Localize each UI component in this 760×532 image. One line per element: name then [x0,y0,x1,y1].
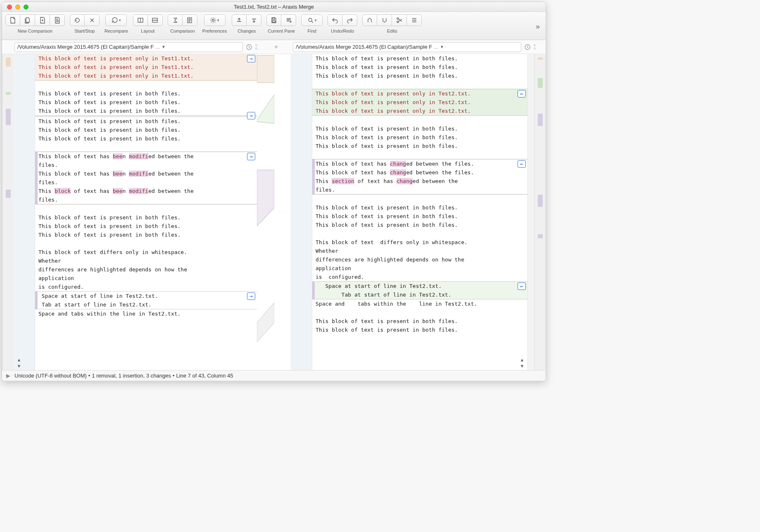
svg-point-8 [397,21,399,23]
left-nav-arrows[interactable]: ▲▼ [16,357,22,368]
document-alt-icon [54,17,61,24]
merge-down-icon [381,17,388,24]
next-change-button[interactable] [247,14,261,26]
merge-left-button[interactable]: ← [518,160,526,168]
right-overview-strip[interactable] [534,54,546,370]
diff-line: differences are highlighted depends on h… [316,255,524,264]
refresh-icon [74,17,81,24]
toolbar-overflow-button[interactable]: » [533,20,542,33]
right-scrollbar[interactable] [527,54,534,370]
undo-button[interactable] [328,14,342,26]
diff-line: This block of text is present in both fi… [38,107,254,115]
toolbar-label: Undo/Redo [331,28,354,33]
right-path-field[interactable]: /Volumes/Araxis Merge 2015.4675 (El Capi… [293,42,521,52]
comparison-report-button[interactable] [183,14,197,26]
svg-point-6 [309,18,312,21]
svg-point-3 [212,19,214,21]
right-text-area[interactable]: This block of text is present in both fi… [312,54,527,370]
sigma-icon [172,17,178,24]
edit-1-button[interactable] [362,14,377,26]
toolbar-group-layout: Layout [133,14,163,33]
diff-line: files. [316,185,524,194]
new-three-way-button[interactable] [35,14,50,26]
left-overview-strip[interactable] [2,54,14,370]
diff-line: This block of text is present in both fi… [38,230,254,239]
comparison-summary-button[interactable] [168,14,183,26]
diff-line: This block of text has been modified bet… [38,152,254,161]
recompare-button[interactable]: ▾ [105,14,127,26]
new-text-compare-button[interactable] [5,14,20,26]
status-summary: 1 removal, 1 insertion, 3 changes [92,373,171,379]
toolbar-group-current-pane: Current Pane [266,14,296,33]
new-folder-compare-button[interactable] [20,14,35,26]
diff-line: application [38,274,254,283]
chevron-down-icon: ▾ [315,18,317,22]
right-nav-arrows[interactable]: ▲▼ [519,357,525,368]
list-icon [411,17,418,24]
diff-line: This block of text is present only in Te… [316,98,524,107]
titlebar: Test1.txt, Test2.txt – Araxis Merge [2,2,546,12]
save-icon [271,17,277,24]
layout-horizontal-button[interactable] [133,14,148,26]
history-icon[interactable] [524,43,531,51]
chevron-down-icon[interactable]: ▼ [440,45,444,49]
scissors-icon [396,17,403,24]
merge-up-icon [366,17,373,24]
toolbar-label: Comparison [170,28,195,33]
page-icon [186,17,193,24]
edit-pane-button[interactable] [281,14,296,26]
merge-left-button[interactable]: ← [518,90,526,97]
disclosure-triangle-icon[interactable]: ▶ [6,373,10,379]
svg-rect-4 [273,18,275,19]
toolbar-label: Current Pane [268,28,294,33]
documents-icon [24,17,31,24]
stop-button[interactable] [85,14,100,26]
path-row: /Volumes/Araxis Merge 2015.4675 (El Capi… [2,40,546,54]
diff-line: Space and tabs within the line in Test2.… [316,299,524,308]
edit-2-button[interactable] [377,14,392,26]
merge-right-button[interactable]: → [247,153,255,160]
diff-line: This block of text is present in both fi… [38,213,254,222]
diff-line: application [316,264,524,273]
diff-line: This block of text is present only in Te… [38,63,254,71]
diff-line: Space at start of line in Test2.txt. [38,292,254,300]
columns-icon [137,17,144,24]
left-path-field[interactable]: /Volumes/Araxis Merge 2015.4675 (El Capi… [14,42,243,52]
diff-line: This block of text is present only in Te… [38,54,254,63]
compare-area: → This block of text is present only in … [2,54,546,370]
history-icon[interactable] [245,43,253,51]
diff-line: This block of text is present in both fi… [316,221,524,229]
diff-line: This block of text is present in both fi… [316,203,524,212]
toolbar-group-start-stop: Start/Stop [70,14,100,33]
diff-line: files. [38,161,254,169]
left-text-area[interactable]: → This block of text is present only in … [35,54,257,370]
next-change-icon [251,17,257,24]
merge-right-button[interactable]: → [247,292,255,300]
save-pane-button[interactable] [266,14,281,26]
merge-left-button[interactable]: ← [518,283,526,290]
toolbar-group-edits: Edits [362,14,422,33]
pane-options-button[interactable] [532,44,537,50]
center-handle[interactable]: ··· [274,54,291,370]
x-icon [89,17,95,24]
left-line-gutter [14,54,35,370]
diff-line: This block of text is present in both fi… [38,222,254,230]
toolbar-group-find: ▾ Find [301,14,323,33]
toolbar-label: Edits [387,28,397,33]
merge-right-button[interactable]: → [247,55,255,62]
diff-line: is configured. [38,283,254,291]
prev-change-button[interactable] [232,14,247,26]
start-button[interactable] [70,14,85,26]
new-binary-compare-button[interactable] [50,14,65,26]
svg-rect-5 [273,21,275,22]
diff-line: This block of text is present in both fi… [316,63,524,71]
preferences-button[interactable]: ▾ [204,14,226,26]
layout-vertical-button[interactable] [148,14,163,26]
status-encoding: Unicode (UTF-8 without BOM) [14,373,87,379]
edit-4-button[interactable] [407,14,422,26]
pane-options-button[interactable] [254,44,259,50]
edit-3-button[interactable] [392,14,407,26]
chevron-down-icon[interactable]: ▼ [162,45,166,49]
redo-button[interactable] [342,14,357,26]
find-button[interactable]: ▾ [301,14,323,26]
